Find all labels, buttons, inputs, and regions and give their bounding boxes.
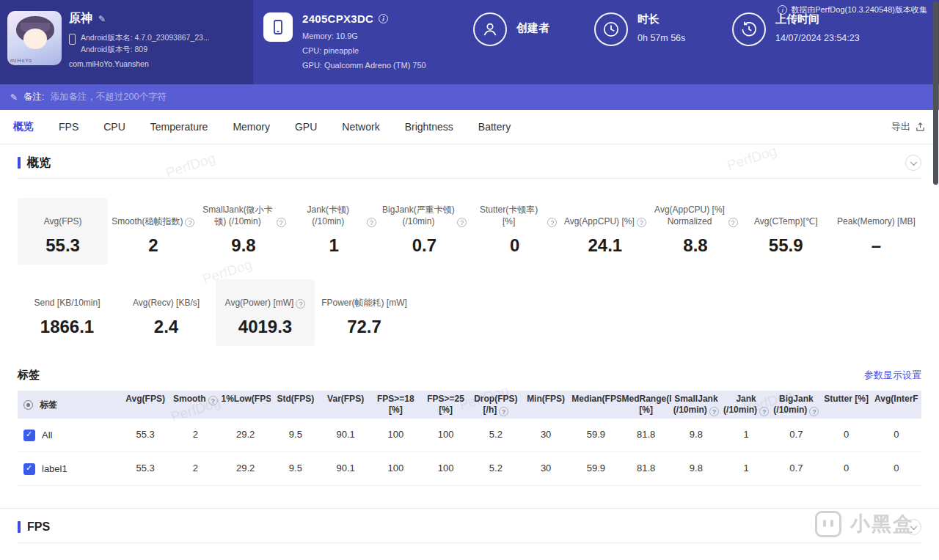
labels-title: 标签 [18, 368, 40, 382]
column-header: SmallJank (/10min) [671, 392, 721, 419]
help-icon[interactable] [208, 396, 218, 405]
column-header: Median(FPS) [571, 392, 621, 419]
help-icon[interactable] [759, 407, 769, 416]
column-header-text: FPS>=18 [%] [377, 394, 414, 416]
display-settings-link[interactable]: 参数显示设置 [864, 369, 921, 382]
cell-value: 5.2 [471, 427, 521, 443]
collapse-button[interactable] [905, 519, 921, 535]
cell-value: 29.2 [221, 461, 271, 476]
scrollbar-thumb[interactable] [933, 1, 938, 185]
info-icon[interactable]: i [379, 14, 388, 23]
nav-tab[interactable]: Battery [478, 121, 511, 133]
overview-section: 概览 Avg(FPS) 55.3 Smooth(稳帧指数) 2 SmallJan… [0, 155, 939, 346]
cell-value: 0 [822, 461, 872, 476]
visibility-icon[interactable] [23, 400, 33, 410]
info-icon: i [778, 5, 787, 15]
game-avatar: miHoYo [7, 11, 62, 65]
nav-tab[interactable]: GPU [295, 121, 317, 133]
help-icon[interactable] [637, 218, 646, 227]
device-gpu: GPU: Qualcomm Adreno (TM) 750 [302, 59, 426, 73]
help-icon[interactable] [296, 299, 305, 309]
metric-value: 1866.1 [21, 317, 114, 337]
cell-value: 55.3 [120, 427, 170, 443]
metric-value: 2 [111, 235, 195, 256]
nav-tab[interactable]: Network [342, 121, 379, 133]
cell-value: 0 [872, 427, 921, 443]
metric-card: Avg(AppCPU) [%] 24.1 [560, 198, 650, 265]
help-icon[interactable] [185, 218, 194, 227]
metric-card: Avg(Power) [mW] 4019.3 [216, 279, 315, 346]
column-header-text: Stutter [%] [824, 394, 869, 404]
metric-value: 55.9 [744, 235, 828, 256]
help-icon[interactable] [809, 407, 819, 416]
column-header-text: BigJank (/10min) [773, 394, 813, 416]
device-memory: Memory: 10.9G [302, 29, 426, 44]
metric-label-text: Peak(Memory) [MB] [837, 215, 916, 227]
help-icon[interactable] [728, 218, 738, 227]
column-header: FPS>=25 [%] [421, 392, 471, 419]
cell-value: 0 [822, 427, 872, 443]
collect-info-text: 数据由PerfDog(10.3.240548)版本收集 [791, 4, 927, 15]
cell-value: 90.1 [321, 427, 370, 443]
help-icon[interactable] [367, 218, 376, 227]
remark-edit-icon[interactable]: ✎ [10, 92, 18, 103]
nav-tab[interactable]: FPS [59, 121, 78, 133]
labels-section: 标签 参数显示设置 标签 Avg(FPS)Smooth1%Low(FPS)Std… [0, 368, 939, 486]
metric-card: Smooth(稳帧指数) 2 [108, 198, 198, 265]
metric-label-text: Avg(AppCPU) [%] [564, 215, 635, 227]
eye-dot [26, 403, 30, 407]
nav-tab[interactable]: Memory [233, 121, 270, 133]
metric-label-text: BigJank(严重卡顿) (/10min) [382, 204, 455, 227]
help-icon[interactable] [499, 407, 508, 416]
android-version-name: Android版本名: 4.7.0_23093867_23... [81, 32, 210, 43]
metric-label-text: Smooth(稳帧指数) [112, 215, 183, 227]
row-label: All [42, 430, 52, 441]
avatar-brand-text: miHoYo [10, 58, 32, 63]
cell-value: 0.7 [771, 461, 821, 476]
metric-label: Avg(AppCPU) [%] Normalized [653, 204, 737, 227]
cell-value: 29.2 [221, 427, 271, 443]
section-accent-bar [18, 157, 21, 169]
nav-tab[interactable]: 概览 [13, 120, 34, 133]
duration-block: 时长 0h 57m 56s [594, 0, 732, 84]
device-info-block: 2405CPX3DC i Memory: 10.9G CPU: pineappl… [253, 0, 473, 84]
row-checkbox[interactable] [23, 463, 35, 475]
creator-label: 创建者 [516, 21, 549, 35]
metric-value: 72.7 [318, 317, 411, 337]
metric-card: BigJank(严重卡顿) (/10min) 0.7 [379, 198, 470, 265]
cell-value: 59.9 [571, 427, 621, 443]
metric-label-text: Avg(Recv) [KB/s] [133, 297, 200, 309]
column-header-text: 1%Low(FPS) [222, 394, 271, 404]
metric-label-text: SmallJank(微小卡顿) (/10min) [201, 204, 274, 227]
cell-value: 9.8 [671, 427, 721, 443]
nav-tab[interactable]: Temperature [150, 121, 208, 133]
metric-label: SmallJank(微小卡顿) (/10min) [201, 204, 285, 227]
metric-value: 24.1 [563, 235, 647, 256]
edit-icon[interactable]: ✎ [98, 14, 106, 24]
package-name: com.miHoYo.Yuanshen [69, 59, 210, 68]
column-header-text: Std(FPS) [277, 394, 315, 404]
overview-section-header: 概览 [18, 155, 921, 179]
row-checkbox[interactable] [23, 430, 35, 441]
column-header: Avg(FPS) [120, 392, 170, 419]
device-model: 2405CPX3DC [302, 12, 373, 25]
help-icon[interactable] [709, 407, 719, 416]
help-icon[interactable] [277, 218, 286, 227]
metric-card: Avg(CTemp)[℃] 55.9 [741, 198, 831, 265]
labels-table-header: 标签 Avg(FPS)Smooth1%Low(FPS)Std(FPS)Var(F… [18, 391, 921, 419]
remark-label: 备注: [23, 91, 44, 103]
metric-card: Send [KB/10min] 1866.1 [18, 279, 117, 346]
remark-input[interactable]: 添加备注，不超过200个字符 [51, 91, 167, 103]
export-button[interactable]: 导出 [891, 120, 926, 133]
help-icon[interactable] [457, 218, 467, 227]
metric-label: Jank(卡顿) (/10min) [292, 204, 376, 227]
nav-tab[interactable]: CPU [103, 121, 125, 133]
game-meta: 原神 ✎ Android版本名: 4.7.0_23093867_23... An… [69, 11, 210, 77]
perfdog-report-page: miHoYo 原神 ✎ Android版本名: 4.7.0_23093867_2… [0, 0, 939, 560]
collapse-button[interactable] [905, 155, 921, 171]
nav-tab[interactable]: Brightness [405, 121, 453, 133]
column-header: Std(FPS) [271, 392, 321, 419]
column-header: MedRange(FPS)[%] [621, 392, 671, 419]
help-icon[interactable] [547, 218, 557, 227]
table-row: label1 55.3229.29.590.11001005.23059.981… [18, 452, 921, 486]
